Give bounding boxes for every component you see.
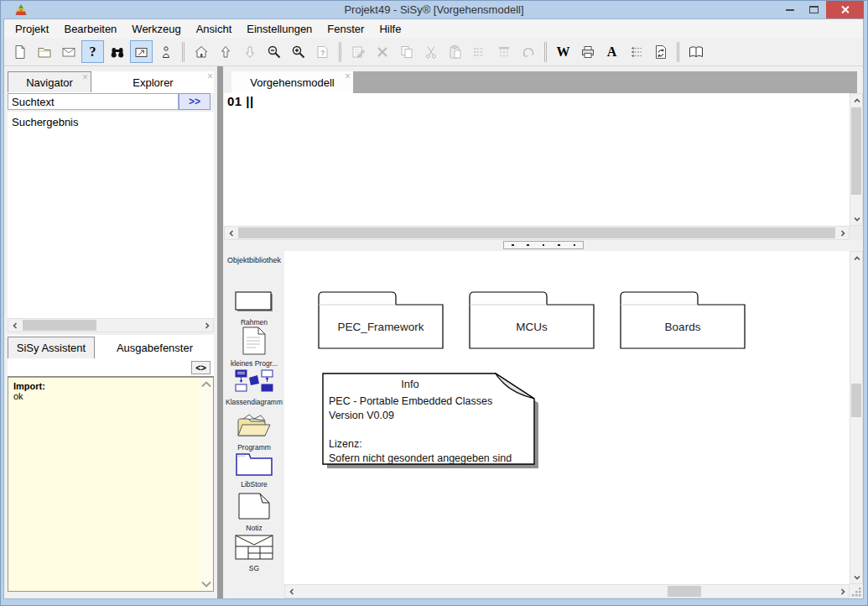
tabstrip-filler (353, 71, 857, 93)
horizontal-splitter[interactable] (224, 240, 863, 251)
resize-grip[interactable] (850, 584, 863, 598)
scroll-left-icon[interactable] (285, 585, 298, 598)
palette-item-label: LibStore (224, 480, 284, 488)
palette-item-rahmen[interactable]: Rahmen (224, 290, 284, 327)
scroll-left-icon[interactable] (225, 227, 237, 239)
undo-button[interactable] (517, 40, 539, 63)
client-area: Projekt Bearbeiten Werkzeug Ansicht Eins… (4, 19, 863, 598)
scroll-up-icon[interactable] (850, 94, 863, 107)
refresh-document-button[interactable] (649, 40, 672, 63)
navigate-up-button[interactable] (214, 40, 236, 63)
folder-mcus[interactable]: MCUs (469, 290, 595, 349)
navigate-down-button[interactable] (238, 40, 261, 63)
canvas-hscrollbar[interactable] (284, 584, 850, 598)
close-icon[interactable] (207, 71, 213, 81)
mail-envelope-button[interactable] (57, 40, 80, 63)
diagram-canvas[interactable]: PEC_Framework MCUs Boards Info PEC - Por… (284, 251, 850, 584)
canvas-vscrollbar[interactable] (850, 251, 863, 584)
tab-ausgabefenster[interactable]: Ausgabefenster (96, 337, 214, 358)
scroll-down-icon[interactable] (850, 212, 863, 225)
palette-item-klassendiagramm[interactable]: Klassendiagramm (224, 368, 284, 406)
word-w-icon: W (557, 45, 570, 59)
word-export-button[interactable]: W (552, 40, 574, 63)
output-pane[interactable]: Import: ok (8, 377, 214, 592)
palette-item-sg[interactable]: SG (224, 534, 284, 572)
search-results-label: Suchergebnis (8, 112, 214, 133)
tab-explorer[interactable]: Explorer (92, 71, 214, 93)
open-project-button[interactable] (33, 40, 55, 63)
menu-ansicht[interactable]: Ansicht (189, 20, 240, 38)
editor-hscrollbar[interactable] (224, 226, 850, 240)
tab-navigator[interactable]: Navigator (8, 71, 91, 92)
palette-item-programm[interactable]: Programm (224, 411, 284, 452)
menu-werkzeug[interactable]: Werkzeug (124, 20, 188, 38)
scroll-thumb[interactable] (668, 586, 701, 597)
search-go-button[interactable]: >> (179, 93, 211, 110)
tab-vorgehensmodell[interactable]: Vorgehensmodell (231, 71, 353, 93)
scroll-left-icon[interactable] (8, 319, 21, 332)
scrollbar-corner (850, 226, 863, 240)
info-note[interactable]: Info PEC - Portable Embedded Classes Ver… (322, 373, 542, 470)
filter-columns-button[interactable] (492, 40, 515, 63)
search-input[interactable] (8, 93, 179, 110)
home-button[interactable] (190, 40, 212, 63)
scroll-thumb[interactable] (23, 320, 96, 331)
minimize-button[interactable] (777, 1, 802, 18)
scroll-thumb[interactable] (851, 384, 861, 417)
close-icon[interactable] (345, 71, 351, 81)
outline-arrows-button[interactable] (625, 40, 647, 63)
folder-boards[interactable]: Boards (620, 290, 746, 349)
tab-sisy-assistent[interactable]: SiSy Assistent (8, 337, 95, 358)
copy-button[interactable] (395, 40, 418, 63)
palette-item-label: SG (224, 564, 284, 572)
editor-area[interactable]: 01 || (224, 93, 850, 226)
font-button[interactable]: A (600, 40, 623, 63)
delete-button[interactable] (371, 40, 393, 63)
search-binoculars-button[interactable] (106, 40, 128, 63)
code-view-button[interactable]: <> (191, 361, 211, 374)
help-document-button[interactable]: ? (311, 40, 334, 63)
splitter-grip[interactable] (503, 241, 584, 249)
menu-projekt[interactable]: Projekt (8, 20, 56, 38)
output-toolbar-row: <> (8, 358, 214, 377)
palette-item-libstore[interactable]: LibStore (224, 452, 284, 488)
scroll-up-icon[interactable] (850, 252, 863, 264)
cut-button[interactable] (419, 40, 442, 63)
palette-item-kleines-programm[interactable]: kleines Progr... (224, 326, 284, 368)
print-button[interactable] (576, 40, 599, 63)
zoom-in-button[interactable] (287, 40, 309, 63)
scroll-right-icon[interactable] (836, 227, 849, 239)
diagram-window-button[interactable] (130, 40, 153, 63)
documentation-book-button[interactable] (684, 40, 707, 63)
scroll-down-icon[interactable] (850, 571, 863, 583)
new-document-button[interactable] (8, 40, 31, 63)
title-bar[interactable]: Projekt49 - SiSy® [Vorgehensmodell] (1, 1, 867, 19)
maximize-button[interactable] (802, 1, 826, 18)
paste-button[interactable] (444, 40, 466, 63)
person-info-button[interactable] (154, 40, 177, 63)
vertical-splitter[interactable] (217, 66, 223, 598)
menu-einstellungen[interactable]: Einstellungen (239, 20, 320, 38)
properties-document-button[interactable] (346, 40, 369, 63)
menu-bearbeiten[interactable]: Bearbeiten (56, 20, 124, 38)
object-library-panel: Objektbibliothek Rahmen kleines Progr...… (224, 251, 284, 598)
zoom-out-button[interactable] (262, 40, 285, 63)
scroll-thumb[interactable] (851, 107, 861, 195)
output-scrollbar[interactable] (200, 378, 213, 591)
note-icon (237, 492, 271, 520)
navigator-hscrollbar[interactable] (8, 318, 214, 332)
menu-hilfe[interactable]: Hilfe (372, 20, 408, 38)
editor-vscrollbar[interactable] (850, 93, 863, 226)
sort-list-button[interactable] (468, 40, 491, 63)
menu-bar: Projekt Bearbeiten Werkzeug Ansicht Eins… (4, 19, 863, 38)
menu-fenster[interactable]: Fenster (320, 20, 372, 38)
scroll-right-icon[interactable] (836, 585, 849, 598)
help-button[interactable]: ? (81, 40, 104, 63)
scroll-right-icon[interactable] (200, 319, 213, 332)
close-icon[interactable] (82, 72, 88, 82)
scroll-thumb[interactable] (238, 227, 835, 238)
close-button[interactable] (826, 1, 864, 18)
folder-pec-framework[interactable]: PEC_Framework (318, 290, 444, 349)
program-folder-icon (234, 411, 274, 440)
palette-item-notiz[interactable]: Notiz (224, 492, 284, 532)
